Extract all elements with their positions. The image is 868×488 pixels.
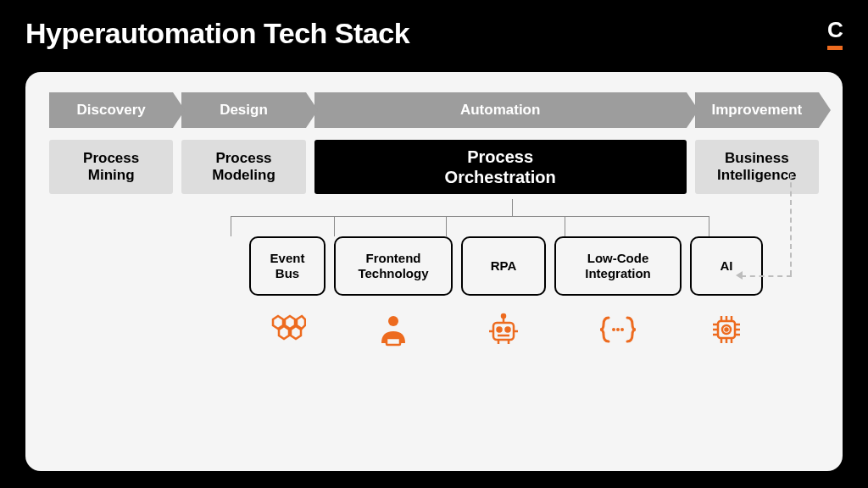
- tree-stem: [512, 199, 513, 216]
- sub-frontend-technology: FrontendTechnology: [334, 236, 453, 296]
- svg-point-10: [506, 328, 510, 332]
- svg-point-9: [498, 328, 502, 332]
- svg-point-23: [726, 329, 728, 331]
- box-label: ProcessOrchestration: [445, 147, 556, 187]
- stage-automation: Automation: [314, 92, 687, 128]
- sub-event-bus: EventBus: [249, 236, 326, 296]
- sub-label: Low-CodeIntegration: [585, 251, 651, 281]
- stage-label: Discovery: [77, 102, 146, 119]
- diagram-panel: Discovery Design Automation Improvement …: [25, 72, 843, 471]
- logo-letter: C: [827, 17, 843, 43]
- honeycomb-icon: [249, 311, 326, 348]
- tree-horizontal: [231, 216, 709, 217]
- svg-point-5: [388, 316, 398, 326]
- sub-label: FrontendTechnology: [358, 251, 428, 281]
- svg-marker-2: [279, 326, 289, 339]
- stage-design: Design: [181, 92, 305, 128]
- user-icon: [334, 311, 453, 348]
- sub-label: RPA: [491, 258, 517, 274]
- page-title: Hyperautomation Tech Stack: [25, 17, 409, 50]
- stage-label: Improvement: [711, 102, 802, 119]
- svg-point-20: [620, 328, 624, 331]
- svg-rect-8: [493, 323, 514, 340]
- logo-underline: [827, 46, 843, 50]
- sub-label: EventBus: [270, 251, 305, 281]
- box-process-mining: ProcessMining: [49, 140, 173, 194]
- box-label: BusinessIntelligence: [717, 150, 797, 185]
- svg-point-19: [616, 328, 620, 331]
- stage-improvement: Improvement: [695, 92, 819, 128]
- tree-branch: [446, 216, 447, 236]
- box-process-modeling: ProcessModeling: [181, 140, 305, 194]
- tree-branch: [709, 216, 709, 236]
- box-row: ProcessMining ProcessModeling ProcessOrc…: [49, 140, 819, 194]
- tree-connectors: [49, 199, 819, 236]
- svg-point-13: [502, 314, 505, 318]
- dashed-arrowhead-icon: [736, 271, 743, 280]
- tree-branch: [565, 216, 565, 236]
- braces-icon: [554, 311, 682, 348]
- sub-ai: AI: [690, 236, 763, 296]
- svg-marker-4: [297, 316, 305, 329]
- stage-row: Discovery Design Automation Improvement: [49, 92, 819, 128]
- dashed-connector-horizontal: [741, 275, 792, 277]
- sub-label: AI: [721, 258, 733, 274]
- stage-discovery: Discovery: [49, 92, 173, 128]
- chip-icon: [690, 311, 763, 348]
- stage-label: Design: [220, 102, 268, 119]
- sub-rpa: RPA: [461, 236, 546, 296]
- icon-row: [49, 311, 819, 348]
- sub-low-code-integration: Low-CodeIntegration: [554, 236, 682, 296]
- sub-row: EventBus FrontendTechnology RPA Low-Code…: [49, 236, 819, 296]
- tree-branch: [334, 216, 335, 236]
- box-business-intelligence: BusinessIntelligence: [695, 140, 819, 194]
- stage-label: Automation: [460, 102, 540, 119]
- box-label: ProcessModeling: [212, 150, 275, 185]
- svg-point-18: [612, 328, 615, 331]
- dashed-connector-vertical: [790, 174, 792, 275]
- tree-branch: [231, 216, 231, 236]
- box-label: ProcessMining: [83, 150, 139, 185]
- robot-icon: [461, 311, 546, 348]
- box-process-orchestration: ProcessOrchestration: [314, 140, 687, 194]
- brand-logo: C: [827, 17, 843, 50]
